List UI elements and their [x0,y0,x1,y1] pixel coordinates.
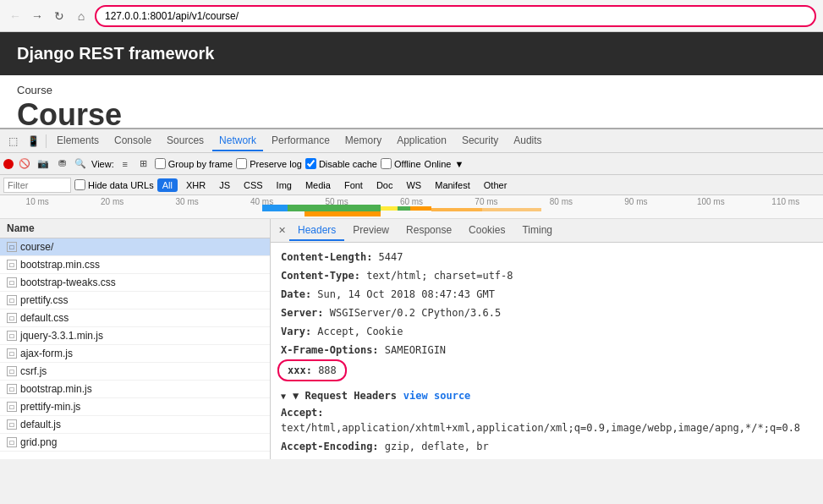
filter-chip-manifest[interactable]: Manifest [430,178,475,192]
disable-cache-checkbox[interactable] [305,158,316,169]
tab-memory[interactable]: Memory [338,131,388,151]
tab-application[interactable]: Application [390,131,453,151]
preserve-log-checkbox[interactable] [236,158,247,169]
tab-console[interactable]: Console [107,131,158,151]
header-value: Sun, 14 Oct 2018 08:47:43 GMT [317,288,495,300]
close-panel-button[interactable]: ✕ [274,223,289,238]
rp-tab-headers[interactable]: Headers [289,221,344,241]
svg-rect-4 [398,206,410,211]
header-value: gzip, deflate, br [385,441,489,452]
camera-button[interactable]: 📷 [36,156,51,172]
group-by-frame-label[interactable]: Group by frame [155,158,233,169]
filter-input[interactable] [3,178,71,193]
rp-tab-cookies[interactable]: Cookies [460,221,513,241]
record-button[interactable] [3,159,14,169]
offline-checkbox[interactable] [381,158,392,169]
view-list-button[interactable]: ≡ [118,156,133,172]
devtools-panel: ⬚ 📱 Elements Console Sources Network Per… [0,128,823,459]
filter-chip-js[interactable]: JS [214,178,235,192]
filter-chip-img[interactable]: Img [272,178,297,192]
group-by-frame-checkbox[interactable] [155,158,166,169]
right-panel-tabs: ✕ Headers Preview Response Cookies Timin… [271,219,823,243]
list-item[interactable]: □ course/ [0,238,270,256]
view-label: View: [91,159,114,169]
hide-data-urls-label[interactable]: Hide data URLs [74,179,154,190]
tab-audits[interactable]: Audits [507,131,548,151]
tab-performance[interactable]: Performance [265,131,337,151]
back-button[interactable]: ← [7,8,24,25]
online-dropdown-icon[interactable]: ▼ [454,159,464,169]
list-item[interactable]: □ csrf.js [0,363,270,381]
drf-title: Django REST framework [17,44,214,63]
svg-rect-7 [482,208,541,211]
file-name: default.js [20,419,61,430]
file-icon: □ [7,331,17,341]
header-name: Vary: [281,326,311,337]
filter-chip-xhr[interactable]: XHR [181,178,211,192]
file-name: jquery-3.3.1.min.js [20,330,103,342]
address-bar[interactable] [95,5,816,27]
filter-chip-font[interactable]: Font [339,178,368,192]
header-name: Content-Length: [281,251,372,263]
device-toolbar-icon[interactable]: 📱 [24,132,42,151]
rp-tab-response[interactable]: Response [398,221,460,241]
file-name: prettify.css [20,294,68,306]
devtools-tabs-row: ⬚ 📱 Elements Console Sources Network Per… [0,129,823,153]
section-arrow: ▼ [281,392,286,401]
filter-chip-media[interactable]: Media [300,178,336,192]
offline-label[interactable]: Offline [381,158,421,169]
view-grid-button[interactable]: ⊞ [136,156,151,172]
req-header-accept-encoding: Accept-Encoding: gzip, deflate, br [281,439,813,454]
svg-rect-3 [381,206,398,211]
header-row-xxx: xxx: 888 [281,361,343,380]
list-item[interactable]: □ default.css [0,310,270,327]
tab-security[interactable]: Security [455,131,505,151]
filter-chip-doc[interactable]: Doc [371,178,398,192]
hide-data-urls-checkbox[interactable] [74,179,85,190]
clear-button[interactable]: 🚫 [17,156,32,172]
list-item[interactable]: □ prettify.css [0,292,270,310]
search-button[interactable]: 🔍 [73,156,88,172]
filter-button[interactable]: ⛃ [54,156,69,172]
header-row-content-length: Content-Length: 5447 [281,249,813,265]
list-item[interactable]: □ jquery-3.3.1.min.js [0,327,270,345]
file-name: csrf.js [20,365,47,377]
filter-chip-css[interactable]: CSS [239,178,268,192]
header-row-x-frame-options: X-Frame-Options: SAMEORIGIN [281,342,813,358]
inspect-element-icon[interactable]: ⬚ [3,132,22,151]
rp-tab-preview[interactable]: Preview [344,221,398,241]
tab-elements[interactable]: Elements [50,131,106,151]
forward-button[interactable]: → [29,8,46,25]
devtools-network-toolbar: 🚫 📷 ⛃ 🔍 View: ≡ ⊞ Group by frame Preserv… [0,153,823,175]
list-item[interactable]: □ bootstrap.min.css [0,256,270,274]
header-value: 5447 [379,251,403,263]
reload-button[interactable]: ↻ [51,8,68,25]
file-icon: □ [7,384,17,394]
address-bar-wrap [95,5,816,27]
tab-network[interactable]: Network [212,131,263,151]
request-headers-section: ▼ ▼ Request Headers view source [281,390,813,402]
list-item[interactable]: □ bootstrap.min.js [0,381,270,398]
preserve-log-label[interactable]: Preserve log [236,158,302,169]
filter-chip-ws[interactable]: WS [401,178,426,192]
drf-breadcrumb: Course [17,84,806,96]
list-item[interactable]: □ default.js [0,416,270,434]
disable-cache-label[interactable]: Disable cache [305,158,377,169]
header-row-vary: Vary: Accept, Cookie [281,324,813,339]
list-item[interactable]: □ ajax-form.js [0,345,270,363]
rp-tab-timing[interactable]: Timing [513,221,561,241]
tab-sources[interactable]: Sources [160,131,211,151]
home-button[interactable]: ⌂ [73,8,90,25]
waterfall-chart [0,203,823,218]
list-item[interactable]: □ prettify-min.js [0,398,270,416]
list-item[interactable]: □ bootstrap-tweaks.css [0,274,270,292]
browser-toolbar: ← → ↻ ⌂ [0,0,823,32]
file-name: default.css [20,312,69,324]
view-source-link[interactable]: view source [403,390,470,402]
header-value: text/html; charset=utf-8 [366,270,513,282]
devtools-filter-row: Hide data URLs All XHR JS CSS Img Media … [0,175,823,195]
list-item[interactable]: □ grid.png [0,434,270,452]
filter-chip-all[interactable]: All [157,178,178,192]
filter-chip-other[interactable]: Other [479,178,513,192]
header-value: SAMEORIGIN [385,344,446,356]
